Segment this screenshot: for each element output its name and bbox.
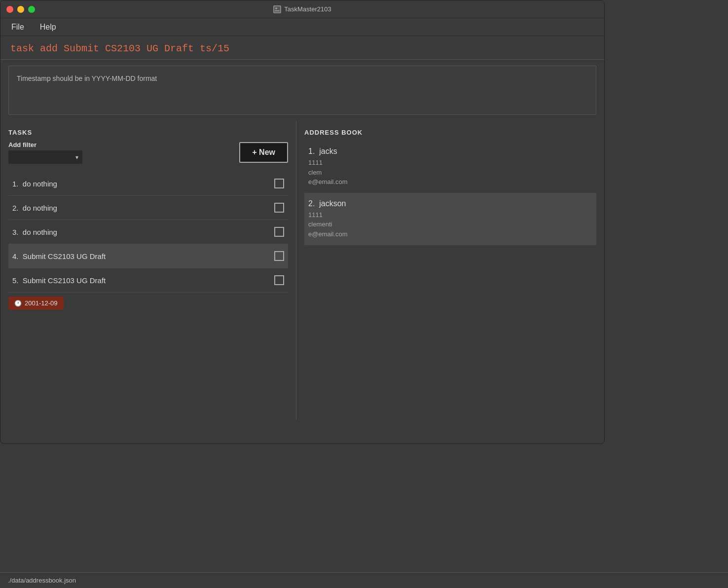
task-item[interactable]: 2. do nothing (8, 196, 288, 220)
task-item[interactable]: 4. Submit CS2103 UG Draft (8, 244, 288, 268)
task-item[interactable]: 3. do nothing (8, 220, 288, 244)
contact-card[interactable]: 1. jacks 1111 clem e@email.com (304, 141, 596, 193)
command-input[interactable] (10, 43, 594, 59)
contact-detail: 1111 clem e@email.com (308, 158, 592, 187)
task-number-name: 4. Submit CS2103 UG Draft (12, 252, 106, 260)
menu-file[interactable]: File (8, 21, 27, 34)
command-bar (0, 36, 604, 60)
app-icon (273, 5, 281, 13)
contact-name: 1. jacks (308, 147, 592, 156)
task-item[interactable]: 1. do nothing (8, 172, 288, 196)
close-button[interactable] (6, 6, 13, 13)
window-title: TaskMaster2103 (273, 5, 331, 13)
task-checkbox[interactable] (274, 251, 284, 261)
contact-detail: 1111 clementi e@email.com (308, 210, 592, 239)
contact-name: 2. jackson (308, 199, 592, 208)
new-task-button[interactable]: + New (239, 142, 288, 163)
menu-help[interactable]: Help (37, 21, 59, 34)
task-number-name: 2. do nothing (12, 204, 57, 212)
window-controls (6, 6, 35, 13)
message-box: Timestamp should be in YYYY-MM-DD format (8, 66, 596, 115)
message-text: Timestamp should be in YYYY-MM-DD format (17, 74, 157, 82)
filter-select[interactable] (8, 150, 82, 164)
task-list: 1. do nothing 2. do nothing 3. do nothin… (8, 172, 288, 293)
clock-icon: 🕐 (14, 300, 22, 307)
task-item[interactable]: 5. Submit CS2103 UG Draft (8, 268, 288, 293)
contact-card[interactable]: 2. jackson 1111 clementi e@email.com (304, 193, 596, 246)
task-checkbox[interactable] (274, 275, 284, 285)
maximize-button[interactable] (28, 6, 35, 13)
main-content: TASKS Add filter ▾ + New 1. do nothing 2… (0, 121, 604, 420)
titlebar: TaskMaster2103 (0, 0, 604, 18)
minimize-button[interactable] (17, 6, 24, 13)
task-number-name: 1. do nothing (12, 180, 57, 188)
tasks-panel: TASKS Add filter ▾ + New 1. do nothing 2… (0, 121, 296, 420)
svg-rect-2 (275, 10, 280, 11)
address-panel: ADDRESS BOOK 1. jacks 1111 clem e@email.… (296, 121, 604, 420)
svg-point-1 (275, 7, 277, 9)
address-panel-title: ADDRESS BOOK (304, 129, 596, 136)
date-badge: 🕐 2001-12-09 (8, 296, 64, 310)
task-number-name: 5. Submit CS2103 UG Draft (12, 276, 106, 285)
menubar: File Help (0, 18, 604, 36)
filter-label: Add filter (8, 141, 82, 148)
filter-left: Add filter ▾ (8, 141, 82, 164)
task-number-name: 3. do nothing (12, 228, 57, 236)
svg-rect-0 (274, 6, 280, 12)
filter-row: Add filter ▾ + New (8, 141, 288, 164)
filter-select-wrapper: ▾ (8, 150, 82, 164)
task-checkbox[interactable] (274, 227, 284, 237)
tasks-panel-title: TASKS (8, 129, 288, 136)
task-checkbox[interactable] (274, 179, 284, 188)
task-checkbox[interactable] (274, 203, 284, 213)
